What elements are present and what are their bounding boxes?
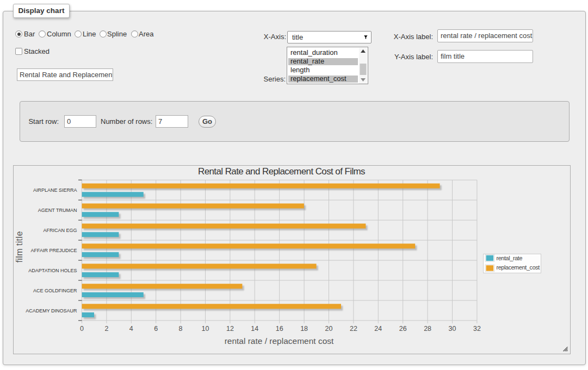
svg-text:18: 18 (300, 325, 308, 333)
svg-text:4: 4 (129, 325, 133, 333)
svg-text:20: 20 (325, 325, 333, 333)
svg-text:10: 10 (202, 325, 209, 333)
svg-text:32: 32 (473, 325, 481, 333)
svg-text:rental rate / replacement cost: rental rate / replacement cost (225, 336, 334, 346)
svg-text:AGENT TRUMAN: AGENT TRUMAN (38, 208, 77, 213)
svg-text:12: 12 (226, 325, 234, 333)
svg-text:ACADEMY DINOSAUR: ACADEMY DINOSAUR (26, 308, 77, 313)
svg-text:rental_rate: rental_rate (496, 255, 522, 261)
svg-text:28: 28 (424, 325, 431, 333)
svg-text:AIRPLANE SIERRA: AIRPLANE SIERRA (33, 187, 77, 193)
svg-text:16: 16 (276, 325, 283, 333)
svg-text:8: 8 (179, 325, 183, 333)
svg-text:22: 22 (350, 325, 357, 333)
svg-text:replacement_cost: replacement_cost (496, 264, 540, 271)
svg-text:0: 0 (80, 325, 84, 333)
svg-text:AFFAIR PREJUDICE: AFFAIR PREJUDICE (30, 248, 77, 253)
svg-text:2: 2 (104, 325, 108, 333)
svg-text:6: 6 (154, 325, 158, 333)
svg-text:Rental Rate and Replacement Co: Rental Rate and Replacement Cost of Film… (198, 166, 365, 177)
svg-text:14: 14 (251, 325, 258, 333)
svg-text:24: 24 (374, 325, 382, 333)
svg-text:30: 30 (449, 325, 456, 333)
svg-text:film title: film title (15, 231, 24, 262)
svg-text:ADAPTATION HOLES: ADAPTATION HOLES (28, 268, 77, 273)
svg-text:ACE GOLDFINGER: ACE GOLDFINGER (33, 288, 77, 293)
svg-text:26: 26 (399, 325, 407, 333)
svg-text:AFRICAN EGG: AFRICAN EGG (43, 228, 77, 233)
